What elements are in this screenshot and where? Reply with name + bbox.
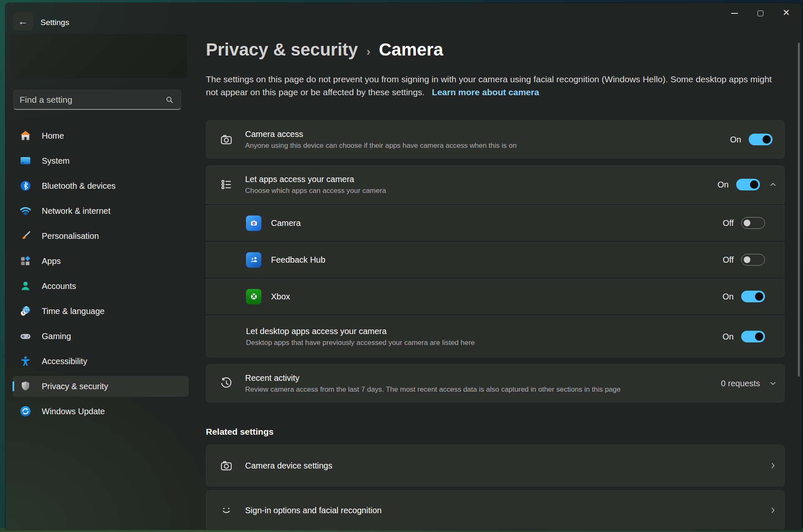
caption-buttons: × [722, 5, 799, 22]
breadcrumb: Privacy & security › Camera [206, 38, 791, 63]
search-input[interactable] [14, 95, 165, 105]
sidebar-item-home[interactable]: Home [13, 125, 189, 146]
camera-outline-icon [219, 459, 233, 472]
learn-more-link[interactable]: Learn more about camera [432, 87, 539, 97]
sidebar-item-apps[interactable]: Apps [13, 251, 189, 271]
maximize-icon [757, 10, 763, 16]
apps-icon [19, 255, 32, 267]
scrollbar[interactable] [798, 43, 800, 377]
toggle-knob [744, 256, 750, 263]
desktop-apps-state: On [722, 332, 734, 342]
let-apps-access-card[interactable]: Let apps access your camera Choose which… [206, 165, 785, 204]
toggle-knob [762, 135, 771, 144]
home-icon [19, 129, 32, 142]
app-name: Xbox [271, 292, 290, 301]
history-icon [219, 377, 233, 390]
app-state: On [722, 292, 734, 301]
toggle-knob [755, 292, 763, 301]
desktop-apps-row: Let desktop apps access your camera Desk… [206, 316, 785, 357]
sidebar-item-time-language[interactable]: Time & language [13, 301, 189, 322]
chevron-right-icon [769, 507, 777, 514]
camera-device-settings-card[interactable]: Camera device settings [206, 445, 785, 486]
xbox-app-icon [246, 289, 261, 304]
sidebar-item-network-internet[interactable]: Network & internet [13, 200, 189, 221]
sidebar-item-accounts[interactable]: Accounts [13, 276, 189, 296]
app-row-feedback-hub: Feedback Hub Off [206, 242, 785, 277]
page-description: The settings on this page do not prevent… [206, 73, 791, 99]
minimize-button[interactable] [722, 5, 747, 22]
search-box [13, 90, 181, 110]
camera-access-state: On [730, 135, 741, 144]
camera-app-toggle[interactable] [741, 217, 765, 229]
camera-device-settings-label: Camera device settings [245, 461, 332, 471]
camera-app-icon [246, 215, 261, 231]
time-language-icon [19, 305, 32, 317]
toggle-knob [750, 180, 758, 189]
page-title: Camera [379, 38, 443, 61]
personalisation-brush-icon [19, 230, 32, 242]
search-icon [165, 95, 174, 104]
desktop-apps-subtitle: Desktop apps that have previously access… [246, 338, 475, 347]
recent-activity-card[interactable]: Recent activity Review camera access fro… [206, 364, 785, 403]
app-row-camera: Camera Off [206, 205, 785, 241]
sidebar-item-personalisation[interactable]: Personalisation [13, 225, 189, 246]
let-apps-state: On [717, 180, 729, 190]
sidebar-item-bluetooth-devices[interactable]: Bluetooth & devices [13, 175, 189, 196]
sign-in-options-label: Sign-in options and facial recognition [245, 506, 382, 515]
feedback-hub-app-icon [246, 252, 261, 268]
main-content: Privacy & security › Camera The settings… [206, 38, 791, 529]
maximize-button[interactable] [747, 5, 773, 22]
app-row-xbox: Xbox On [206, 279, 785, 314]
let-apps-title: Let apps access your camera [245, 174, 386, 185]
description-line1: The settings on this page do not prevent… [206, 73, 791, 86]
recent-activity-value: 0 requests [721, 379, 760, 388]
chevron-up-icon[interactable] [769, 181, 777, 188]
camera-access-title: Camera access [245, 129, 517, 139]
close-icon: × [783, 7, 790, 18]
account-card[interactable] [10, 34, 187, 78]
feedback-hub-toggle[interactable] [741, 254, 765, 266]
app-state: Off [723, 255, 734, 265]
breadcrumb-parent[interactable]: Privacy & security [206, 38, 358, 61]
xbox-toggle[interactable] [741, 291, 765, 302]
desktop-wallpaper: ← Settings × [0, 0, 803, 532]
recent-activity-title: Recent activity [245, 372, 621, 383]
let-apps-subtitle: Choose which apps can access your camera [245, 186, 386, 195]
sidebar-item-accessibility[interactable]: Accessibility [13, 351, 189, 372]
windows-hello-face-icon [219, 504, 233, 517]
sidebar-item-privacy-security[interactable]: Privacy & security [13, 376, 189, 397]
windows-update-icon [19, 405, 32, 418]
desktop-apps-title: Let desktop apps access your camera [246, 326, 475, 337]
sign-in-options-card[interactable]: Sign-in options and facial recognition [206, 490, 785, 529]
sidebar-item-system[interactable]: System [13, 150, 189, 171]
chevron-down-icon[interactable] [769, 380, 777, 387]
app-state: Off [723, 218, 734, 228]
privacy-shield-icon [19, 380, 32, 393]
toggle-knob [755, 332, 763, 341]
camera-access-card: Camera access Anyone using this device c… [206, 120, 785, 159]
sidebar-nav: Home System Bluetooth & devices [13, 125, 189, 422]
sidebar: Home System Bluetooth & devices [5, 3, 200, 529]
gaming-gamepad-icon [19, 330, 32, 342]
system-icon [19, 155, 32, 167]
sidebar-item-windows-update[interactable]: Windows Update [13, 401, 189, 422]
network-wifi-icon [19, 205, 32, 217]
toggle-knob [744, 220, 750, 226]
sidebar-item-gaming[interactable]: Gaming [13, 326, 189, 347]
app-name: Feedback Hub [271, 255, 325, 265]
camera-access-subtitle: Anyone using this device can choose if t… [245, 141, 517, 150]
recent-activity-subtitle: Review camera access from the last 7 day… [245, 385, 621, 394]
close-button[interactable]: × [773, 5, 799, 22]
settings-window: ← Settings × [5, 3, 802, 529]
camera-outline-icon [219, 133, 233, 146]
desktop-apps-toggle[interactable] [741, 331, 765, 342]
active-accent-bar [13, 381, 14, 391]
bluetooth-icon [19, 180, 32, 192]
breadcrumb-separator-icon: › [366, 40, 370, 63]
related-settings-header: Related settings [206, 426, 791, 438]
app-name: Camera [271, 218, 301, 228]
app-list-icon [219, 178, 233, 191]
let-apps-toggle[interactable] [736, 179, 760, 190]
description-line2: not appear on this page or be affected b… [206, 87, 425, 97]
camera-access-toggle[interactable] [749, 134, 773, 145]
